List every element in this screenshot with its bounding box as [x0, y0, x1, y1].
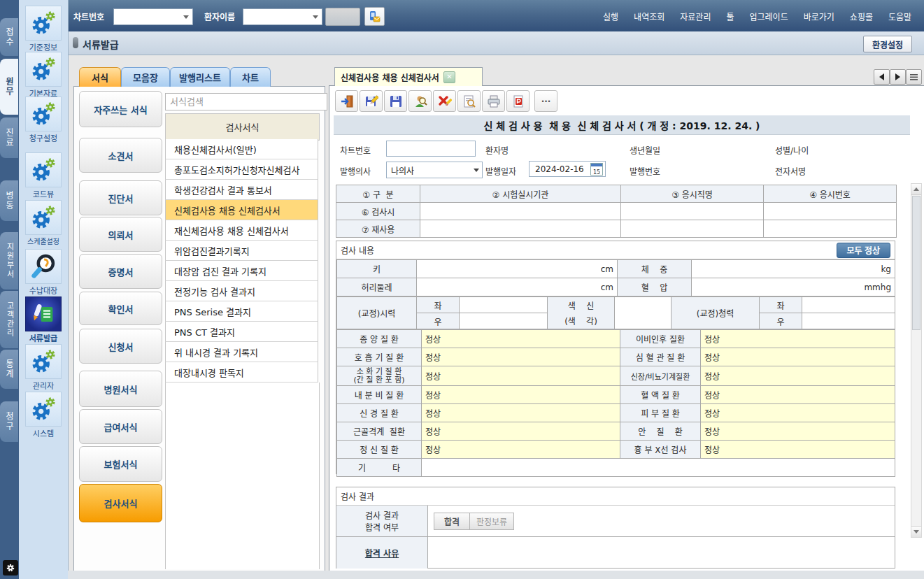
- menu-history[interactable]: 내역조회: [634, 10, 664, 22]
- disease-value[interactable]: 정상: [701, 404, 895, 422]
- list-item[interactable]: 재신체검사용 채용 신체검사서: [165, 220, 318, 241]
- doctor-select[interactable]: 나의사: [386, 162, 483, 178]
- exam-org-cell[interactable]: [420, 220, 621, 238]
- sidebar-item-document-issue[interactable]: 서류발급: [22, 296, 64, 343]
- module-tab-treatment[interactable]: 진료: [0, 117, 18, 158]
- list-item[interactable]: 대장암 검진 결과 기록지: [165, 261, 318, 281]
- sidebar-item-administrator[interactable]: 관리자: [22, 344, 64, 391]
- module-tab-administration[interactable]: 원무: [0, 59, 18, 115]
- candidate-no-cell[interactable]: [764, 220, 897, 238]
- hearing-left-input-cell[interactable]: [802, 297, 895, 313]
- bp-input-cell[interactable]: mmhg: [692, 278, 895, 296]
- scrollbar-thumb[interactable]: [912, 196, 921, 330]
- weight-input-cell[interactable]: kg: [692, 260, 895, 278]
- category-exam-forms[interactable]: 검사서식: [79, 484, 162, 522]
- scroll-up-button[interactable]: [911, 184, 921, 195]
- tab-scroll-right-button[interactable]: [890, 69, 906, 85]
- disease-value[interactable]: 정상: [422, 366, 620, 386]
- pass-reason-input-cell[interactable]: [428, 537, 895, 569]
- category-favorite-forms[interactable]: 자주쓰는 서식: [79, 91, 162, 127]
- list-item[interactable]: 위 내시경 결과 기록지: [165, 342, 318, 362]
- color-vision-input-cell[interactable]: [615, 297, 671, 329]
- list-item[interactable]: PNS CT 결과지: [165, 322, 318, 342]
- vision-left-input-cell[interactable]: [460, 297, 548, 313]
- category-certificate[interactable]: 증명서: [79, 254, 162, 289]
- exam-org-cell[interactable]: [420, 203, 621, 220]
- disease-value[interactable]: 정상: [701, 422, 895, 441]
- disease-value[interactable]: 정상: [422, 441, 620, 459]
- list-item[interactable]: 학생건강검사 결과 통보서: [165, 180, 318, 200]
- hearing-right-input-cell[interactable]: [802, 313, 895, 329]
- chart-no-input[interactable]: [386, 141, 476, 157]
- position-cell[interactable]: [621, 220, 764, 238]
- sidebar-item-billing-settings[interactable]: 청구설정: [22, 96, 64, 143]
- close-icon[interactable]: ✕: [443, 71, 455, 83]
- list-item[interactable]: 채용신체검사서(일반): [165, 139, 318, 159]
- disease-value[interactable]: 정상: [422, 348, 620, 366]
- menu-upgrade[interactable]: 업그레이드: [749, 10, 788, 22]
- sms-send-button[interactable]: [364, 7, 385, 26]
- disease-value[interactable]: 정상: [701, 330, 895, 348]
- category-insurance-forms[interactable]: 보험서식: [79, 446, 162, 482]
- form-search-input[interactable]: [165, 93, 327, 110]
- environment-settings-button[interactable]: 환경설정: [863, 36, 912, 52]
- tab-forms[interactable]: 서식: [79, 67, 121, 87]
- pdf-export-button[interactable]: [506, 90, 529, 112]
- sidebar-item-system[interactable]: 시스템: [22, 392, 64, 438]
- module-tab-reception[interactable]: 접수: [0, 18, 18, 56]
- disease-value[interactable]: 정상: [701, 366, 895, 386]
- issue-date-input[interactable]: 2024-02-16 15: [529, 161, 606, 177]
- menu-tools[interactable]: 툴: [726, 10, 734, 22]
- module-tab-support[interactable]: 지원부서: [0, 232, 18, 290]
- patient-search-button[interactable]: [408, 90, 432, 112]
- hold-judgement-button[interactable]: 판정보류: [469, 513, 514, 530]
- category-application[interactable]: 신청서: [79, 329, 162, 364]
- menu-data-management[interactable]: 자료관리: [680, 10, 711, 22]
- sidebar-item-base-info[interactable]: 기준정보: [22, 6, 64, 52]
- disease-value[interactable]: 정상: [701, 441, 895, 459]
- list-item[interactable]: 대장내시경 판독지: [165, 362, 318, 383]
- tab-chart[interactable]: 차트: [230, 67, 271, 87]
- menu-help[interactable]: 도움말: [888, 10, 911, 22]
- sidebar-item-schedule-settings[interactable]: 스케줄설정: [22, 200, 64, 246]
- tab-issue-list[interactable]: 발행리스트: [170, 67, 230, 87]
- save-edit-button[interactable]: [360, 90, 383, 112]
- sidebar-item-payment-ledger[interactable]: 수납대장: [22, 249, 64, 296]
- document-scrollbar[interactable]: [911, 183, 922, 538]
- disease-value[interactable]: 정상: [701, 386, 895, 404]
- list-item[interactable]: PNS Serise 결과지: [165, 301, 318, 322]
- calendar-icon[interactable]: 15: [590, 163, 603, 176]
- list-item[interactable]: 전정기능 검사 결과지: [165, 281, 318, 301]
- system-tray-settings-button[interactable]: [3, 560, 18, 576]
- save-button[interactable]: [384, 90, 407, 112]
- menu-shopping[interactable]: 쇼핑몰: [850, 10, 873, 22]
- module-tab-ward[interactable]: 병동: [0, 180, 18, 221]
- list-item[interactable]: 총포도검소지허가신청자신체검사: [165, 159, 318, 180]
- document-tab[interactable]: 신체검사용 채용 신체검사서 ✕: [334, 67, 483, 86]
- sidebar-item-code-view[interactable]: 코드뷰: [22, 152, 64, 199]
- tab-collection[interactable]: 모음장: [121, 67, 170, 87]
- disease-value[interactable]: 정상: [701, 348, 895, 366]
- category-diagnosis[interactable]: 진단서: [79, 180, 162, 215]
- module-tab-billing[interactable]: 청구: [0, 401, 18, 442]
- exit-button[interactable]: [335, 90, 358, 112]
- position-cell[interactable]: [621, 203, 764, 220]
- category-opinion[interactable]: 소견서: [79, 138, 162, 173]
- disease-value[interactable]: 정상: [422, 330, 620, 348]
- category-referral[interactable]: 의뢰서: [79, 217, 162, 252]
- disease-value[interactable]: 정상: [422, 422, 620, 441]
- category-hospital-forms[interactable]: 병원서식: [79, 371, 162, 407]
- tab-list-button[interactable]: [906, 69, 922, 85]
- menu-run[interactable]: 실행: [603, 10, 618, 22]
- delete-button[interactable]: [433, 90, 456, 112]
- chart-no-combobox[interactable]: [113, 8, 193, 25]
- sidebar-item-basic-data[interactable]: 기본자료: [22, 52, 64, 99]
- scroll-down-button[interactable]: [911, 526, 921, 537]
- module-tab-customer[interactable]: 고객관리: [0, 291, 18, 348]
- module-tab-statistics[interactable]: 통계: [0, 350, 18, 389]
- category-benefit-forms[interactable]: 급여서식: [79, 409, 162, 444]
- pass-button[interactable]: 합격: [434, 513, 470, 530]
- tab-scroll-left-button[interactable]: [874, 69, 890, 85]
- disabled-action-button[interactable]: [325, 8, 360, 26]
- candidate-no-cell[interactable]: [764, 203, 897, 220]
